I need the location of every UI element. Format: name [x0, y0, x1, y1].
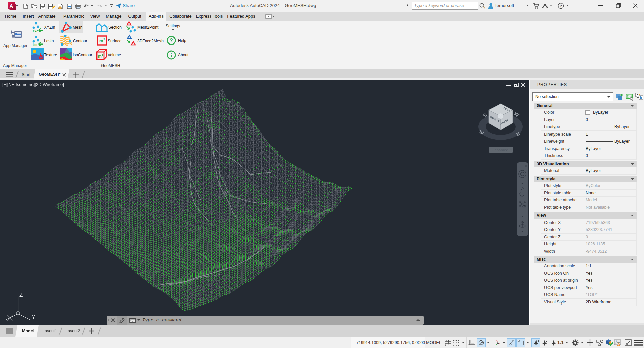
svg-text:A: A	[10, 3, 13, 9]
svg-text:m: m	[99, 38, 103, 44]
svg-text:Y: Y	[31, 314, 35, 320]
svg-text:xyz: xyz	[33, 29, 38, 32]
svg-text:?: ?	[170, 38, 173, 44]
svg-text:las: las	[33, 43, 37, 46]
svg-text:i: i	[171, 52, 172, 59]
svg-text:2: 2	[103, 38, 105, 41]
svg-text:?: ?	[560, 4, 562, 8]
svg-text:!: !	[618, 344, 619, 347]
svg-text:3: 3	[102, 53, 103, 56]
svg-text:m: m	[98, 54, 102, 59]
svg-text:Z: Z	[19, 292, 23, 298]
